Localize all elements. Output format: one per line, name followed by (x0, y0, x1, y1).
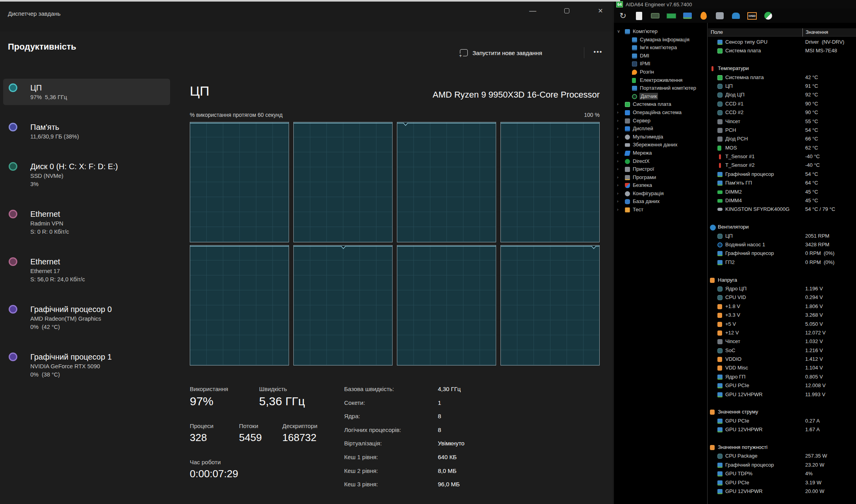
sensor-row[interactable] (708, 214, 856, 223)
sensor-row[interactable]: MOS 62 °C (708, 144, 856, 153)
sensor-row[interactable]: T_Sensor #2 -40 °C (708, 161, 856, 170)
sensor-row[interactable]: Водяний насос 1 3428 RPM (708, 241, 856, 249)
chevron-icon[interactable]: › (617, 134, 622, 139)
sensor-row[interactable]: ЦП 2051 RPM (708, 232, 856, 241)
tree-item[interactable]: Датчик (614, 93, 707, 101)
sensor-row[interactable]: GPU PCIe 0.27 A (708, 417, 856, 426)
sensor-row[interactable]: Графічний процесор 54 °C (708, 170, 856, 179)
tree-item[interactable]: › Пристрої (614, 166, 707, 174)
sensor-row[interactable] (708, 267, 856, 276)
tree-item[interactable]: › DirectX (614, 158, 707, 166)
column-field[interactable]: Поле (711, 29, 723, 35)
tree-item[interactable]: Ім'я комп'ютера (614, 44, 707, 52)
chevron-icon[interactable]: › (617, 110, 622, 114)
tree-item[interactable]: Розгін (614, 68, 707, 77)
tree-item[interactable]: › Операційна система (614, 109, 707, 117)
sensor-row[interactable]: +5 V 5.050 V (708, 320, 856, 329)
sensor-row[interactable]: Температури (708, 65, 856, 73)
memory-icon[interactable] (666, 11, 676, 21)
sidebar-item[interactable]: Графічний процесор 0 AMD Radeon(TM) Grap… (3, 300, 170, 335)
cpu-chip-icon[interactable] (650, 11, 660, 21)
column-value[interactable]: Значення (806, 29, 828, 35)
sensor-row[interactable]: Чіпсет 1.032 V (708, 338, 856, 346)
sensor-row[interactable]: ГП2 0 RPM (0%) (708, 258, 856, 267)
gauge-icon[interactable] (763, 11, 773, 21)
cpu-core-graph[interactable] (190, 245, 289, 366)
sensor-row[interactable]: +1.8 V 1.806 V (708, 303, 856, 311)
sensor-row[interactable]: Значення потужності (708, 443, 856, 452)
sensor-row[interactable]: Система плата MSI MS-7E48 (708, 47, 856, 55)
cpu-core-graph[interactable] (500, 122, 600, 242)
chevron-icon[interactable]: › (617, 102, 622, 106)
sensor-row[interactable]: Діод ЦП 92 °C (708, 91, 856, 100)
sensor-row[interactable]: CPU VID 0.294 V (708, 294, 856, 302)
sensor-row[interactable]: Чіпсет 55 °C (708, 118, 856, 126)
tree-item[interactable]: › Мережа (614, 150, 707, 158)
sensor-row[interactable] (708, 56, 856, 65)
sensor-row[interactable]: PCH 54 °C (708, 126, 856, 135)
sensor-column-header[interactable]: Поле Значення (708, 28, 856, 37)
sensor-row[interactable]: Діод PCH 66 °C (708, 135, 856, 144)
taskmgr-titlebar[interactable]: Диспетчер завдань — ✕ (0, 2, 613, 31)
sensor-row[interactable]: Системна плата 42 °C (708, 74, 856, 82)
chevron-icon[interactable]: › (617, 199, 622, 203)
sensor-row[interactable]: GPU PCIe 3.19 W (708, 479, 856, 487)
cpu-core-graph[interactable] (397, 245, 496, 366)
osd-icon[interactable]: OSD (747, 11, 757, 21)
sensor-row[interactable]: Графічний процесор 0 RPM (0%) (708, 249, 856, 258)
sensor-row[interactable]: SoC 1.216 V (708, 347, 856, 355)
tree-item[interactable]: IPMI (614, 60, 707, 68)
tree-item[interactable]: › Сервер (614, 117, 707, 126)
sensor-row[interactable]: GPU 12VHPWR 11.993 V (708, 391, 856, 399)
sensor-row[interactable]: Ядро ЦП 1.196 V (708, 285, 856, 294)
sensor-row[interactable]: GPU 12VHPWR 20.00 W (708, 487, 856, 496)
sensor-row[interactable]: VDD Misc 1.104 V (708, 364, 856, 373)
chevron-icon[interactable]: › (617, 142, 622, 147)
sidebar-item[interactable]: Ethernet Radmin VPN S: 0 R: 0 Кбіт/с (3, 205, 170, 240)
sensor-row[interactable]: Графічний процесор 23.20 W (708, 461, 856, 470)
sensor-row[interactable]: Сенсор типу GPU Driver (NV-DRV) (708, 38, 856, 47)
column-separator[interactable] (802, 28, 803, 37)
sidebar-item[interactable]: Ethernet Ethernet 17 S: 56,0 R: 24,0 Кбі… (3, 253, 170, 287)
sensor-row[interactable]: ЦП 91 °C (708, 82, 856, 91)
gpu-icon[interactable] (682, 11, 693, 21)
sidebar-item[interactable]: Диск 0 (H: C: X: F: D: E:) SSD (NVMe) 3% (3, 157, 170, 192)
sensor-row[interactable]: +12 V 12.072 V (708, 329, 856, 338)
chevron-icon[interactable]: ∨ (617, 29, 622, 34)
tree-item[interactable]: › База даних (614, 198, 707, 206)
aida64-titlebar[interactable]: 64 AIDA64 Engineer v7.65.7400 (614, 0, 856, 9)
sensor-row[interactable] (708, 399, 856, 408)
sensor-row[interactable]: CPU Package 257.35 W (708, 452, 856, 461)
sidebar-item[interactable]: Пам'ять 11,6/30,9 ГБ (38%) (3, 118, 170, 144)
sensor-row[interactable]: DIMM2 45 °C (708, 188, 856, 197)
tree-item[interactable]: › Збереження даних (614, 141, 707, 150)
burn-flame-icon[interactable] (699, 11, 709, 21)
refresh-icon[interactable]: ↻ (618, 11, 628, 21)
minimize-button[interactable]: — (524, 4, 542, 17)
sensor-row[interactable]: Пам'ять ГП 64 °C (708, 179, 856, 188)
cpu-core-graph[interactable] (397, 122, 496, 242)
report-icon[interactable] (634, 11, 644, 21)
cpu-core-graph[interactable] (190, 122, 289, 242)
settings-icon[interactable] (715, 11, 725, 21)
cpu-core-graph[interactable] (293, 122, 393, 242)
chevron-icon[interactable]: › (617, 126, 622, 131)
sensor-row[interactable]: CCD #2 90 °C (708, 109, 856, 117)
sidebar-item[interactable]: Графічний процесор 1 NVIDIA GeForce RTX … (3, 348, 170, 382)
chevron-icon[interactable]: › (617, 150, 622, 155)
users-icon[interactable] (731, 11, 741, 21)
tree-item[interactable]: › Програми (614, 174, 707, 182)
cpu-core-graph[interactable] (500, 245, 600, 366)
sensor-row[interactable] (708, 435, 856, 443)
chevron-icon[interactable]: › (617, 159, 622, 163)
sensor-row[interactable]: T_Sensor #1 -40 °C (708, 153, 856, 161)
sensor-row[interactable]: GPU 12VHPWR 1.67 A (708, 426, 856, 434)
tree-item[interactable]: › Безпека (614, 182, 707, 190)
tree-item[interactable]: › Мультимедіа (614, 133, 707, 142)
sensor-row[interactable]: Ядро ГП 0.805 V (708, 373, 856, 382)
sensor-row[interactable]: +3.3 V 3.268 V (708, 311, 856, 320)
sensor-row[interactable]: VDDIO 1.412 V (708, 355, 856, 364)
chevron-icon[interactable]: › (617, 166, 622, 171)
sensor-row[interactable]: Вентилятори (708, 223, 856, 232)
tree-item[interactable]: › Конфігурація (614, 190, 707, 198)
